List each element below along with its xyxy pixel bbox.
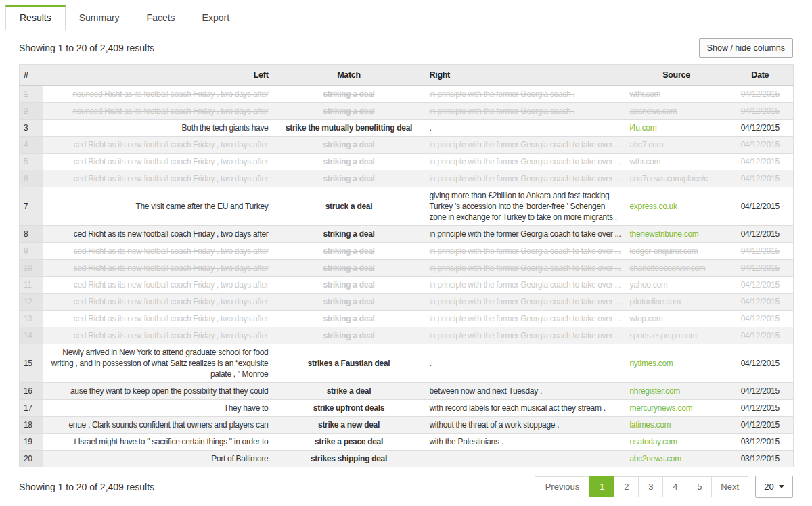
column-header-match[interactable]: Match [273, 65, 426, 86]
page-button-3[interactable]: 3 [638, 476, 663, 497]
cell-source: ledger-enquirer.com [626, 243, 727, 260]
source-link[interactable]: nytimes.com [630, 359, 673, 368]
cell-row-number: 18 [20, 417, 43, 434]
tab-summary[interactable]: Summary [66, 6, 133, 30]
cell-row-number: 12 [20, 294, 43, 310]
cell-source: mercurynews.com [626, 400, 727, 417]
cell-date: 04/12/2015 [727, 170, 794, 187]
source-link[interactable]: abc2news.com [630, 454, 681, 463]
cell-row-number: 10 [20, 260, 43, 277]
column-header-number[interactable]: # [20, 65, 43, 86]
tab-facets[interactable]: Facets [133, 6, 189, 30]
column-header-left[interactable]: Left [43, 65, 273, 86]
page-button-5[interactable]: 5 [687, 476, 712, 497]
cell-right-context: without the threat of a work stoppage . [426, 417, 626, 434]
cell-right-context: in principle with the former Georgia coa… [426, 103, 626, 120]
cell-source: wthr.com [626, 86, 727, 103]
source-link[interactable]: express.co.uk [630, 202, 677, 211]
page-button-2[interactable]: 2 [614, 476, 639, 497]
previous-page-button[interactable]: Previous [535, 476, 591, 497]
page-button-1[interactable]: 1 [589, 476, 614, 497]
source-link[interactable]: latimes.com [630, 420, 671, 430]
page-size-select[interactable]: 20 [755, 476, 793, 498]
table-row: 19t Israel might have to " sacrifice cer… [20, 434, 794, 451]
source-link[interactable]: mercurynews.com [630, 403, 693, 413]
cell-row-number: 7 [20, 187, 43, 226]
cell-source: latimes.com [626, 417, 727, 434]
source-link[interactable]: nhregister.com [630, 386, 681, 396]
source-link[interactable]: thenewstribune.com [630, 229, 699, 239]
cell-right-context: in principle with the former Georgia coa… [426, 86, 626, 103]
column-header-right[interactable]: Right [426, 65, 626, 86]
cell-date: 04/12/2015 [727, 120, 794, 137]
cell-source: usatoday.com [626, 434, 727, 451]
cell-match: struck a deal [273, 187, 426, 226]
cell-match: striking a deal [273, 170, 426, 187]
cell-left-context: ause they want to keep open the possibil… [43, 383, 273, 400]
cell-match: strikes shipping deal [273, 451, 426, 467]
next-page-button[interactable]: Next [711, 476, 748, 497]
source-link[interactable]: i4u.com [630, 123, 657, 133]
cell-date: 04/12/2015 [727, 137, 794, 154]
cell-left-context: nounced Richt as its football coach Frid… [43, 86, 273, 103]
source-link: ledger-enquirer.com [630, 246, 698, 256]
cell-date: 04/12/2015 [727, 310, 794, 327]
cell-source: charlotteobserver.com [626, 260, 727, 277]
cell-date: 04/12/2015 [727, 187, 794, 226]
results-count-bottom: Showing 1 to 20 of 2,409 results [19, 482, 154, 492]
cell-source: sports.espn.go.com [626, 327, 727, 344]
cell-source: wthr.com [626, 154, 727, 170]
cell-match: striking a deal [273, 294, 426, 310]
cell-left-context: ced Richt as its new football coach Frid… [43, 294, 273, 310]
cell-source: abcnews.com [626, 103, 727, 120]
show-hide-columns-button[interactable]: Show / hide columns [699, 38, 793, 58]
footer-bar: Showing 1 to 20 of 2,409 results Previou… [0, 467, 812, 498]
pagination: Previous12345Next 20 [535, 476, 793, 498]
cell-left-context: ced Richt as its new football coach Frid… [43, 170, 273, 187]
cell-right-context: in principle with the former Georgia coa… [426, 154, 626, 170]
cell-date: 04/12/2015 [727, 294, 794, 310]
cell-match: striking a deal [273, 103, 426, 120]
cell-match: striking a deal [273, 260, 426, 277]
cell-left-context: enue , Clark sounds confident that owner… [43, 417, 273, 434]
cell-row-number: 11 [20, 277, 43, 294]
source-link: charlotteobserver.com [630, 263, 706, 273]
cell-date: 04/12/2015 [727, 243, 794, 260]
cell-left-context: ced Richt as its new football coach Frid… [43, 137, 273, 154]
source-link: wthr.com [630, 89, 661, 99]
cell-match: strike a peace deal [273, 434, 426, 451]
cell-row-number: 16 [20, 383, 43, 400]
cell-source: abc2news.com [626, 451, 727, 467]
column-header-date[interactable]: Date [727, 65, 794, 86]
cell-source: express.co.uk [626, 187, 727, 226]
cell-date: 04/12/2015 [727, 154, 794, 170]
cell-match: strike upfront deals [273, 400, 426, 417]
cell-source: abc7news.com/place/c [626, 170, 727, 187]
table-row: 18enue , Clark sounds confident that own… [20, 417, 794, 434]
cell-right-context: in principle with the former Georgia coa… [426, 170, 626, 187]
cell-date: 04/12/2015 [727, 327, 794, 344]
table-row: 3Both the tech giants havestrike the mut… [20, 120, 794, 137]
column-header-source[interactable]: Source [626, 65, 727, 86]
table-row: 5ced Richt as its new football coach Fri… [20, 154, 794, 170]
cell-match: strikes a Faustian deal [273, 344, 426, 383]
results-count-top: Showing 1 to 20 of 2,409 results [19, 43, 154, 53]
table-row: 12ced Richt as its new football coach Fr… [20, 294, 794, 310]
cell-right-context: with the Palestinians . [426, 434, 626, 451]
cell-row-number: 5 [20, 154, 43, 170]
source-link: wthr.com [630, 157, 661, 166]
cell-left-context: nounced Richt as its football coach Frid… [43, 103, 273, 120]
source-link: yahoo.com [630, 280, 668, 290]
source-link[interactable]: usatoday.com [630, 437, 677, 446]
tab-bar: ResultsSummaryFacetsExport [0, 0, 812, 30]
tab-results[interactable]: Results [5, 5, 66, 30]
cell-date: 04/12/2015 [727, 383, 794, 400]
cell-row-number: 9 [20, 243, 43, 260]
cell-right-context: . [426, 120, 626, 137]
cell-date: 04/12/2015 [727, 226, 794, 243]
cell-source: nytimes.com [626, 344, 727, 383]
tab-export[interactable]: Export [189, 6, 243, 30]
page-button-4[interactable]: 4 [662, 476, 687, 497]
cell-left-context: t Israel might have to " sacrifice certa… [43, 434, 273, 451]
cell-left-context: Both the tech giants have [43, 120, 273, 137]
